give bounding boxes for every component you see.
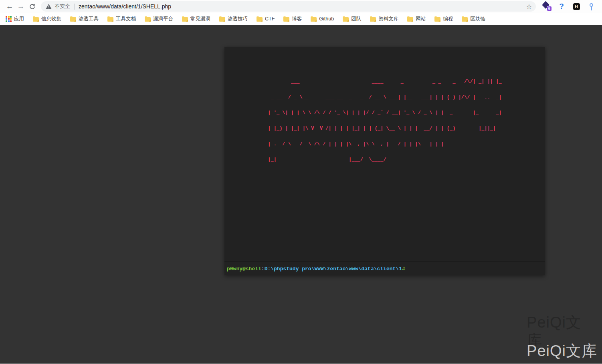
peiqi-watermark: PeiQi文库 PeiQi文库 xyxy=(527,342,597,360)
folder-icon xyxy=(370,17,376,22)
not-secure-warning-icon[interactable] xyxy=(46,4,52,9)
logo-line: _ __ / _ \__ ___ __ _ _ / __ \ ___| |__ … xyxy=(268,95,501,100)
not-secure-label[interactable]: 不安全 xyxy=(55,3,70,10)
forward-icon[interactable]: → xyxy=(15,1,26,12)
folder-icon xyxy=(145,17,151,22)
shell-input-row: p0wny@shell : D:\phpstudy_pro\WWW\zentao… xyxy=(224,262,545,275)
webshell-terminal: ___ ____ _ _ _ _ /\/| _| || |_ _ __ / _ … xyxy=(224,47,545,275)
bookmark-folder-vuln-platform[interactable]: 漏洞平台 xyxy=(145,16,173,22)
extension-layers-icon[interactable]: 6 xyxy=(542,2,551,11)
extension-hackbar-icon[interactable]: H xyxy=(572,2,581,11)
folder-icon xyxy=(219,17,225,22)
folder-icon xyxy=(257,17,263,22)
folder-icon xyxy=(33,17,39,22)
bookmark-folder-pentest-tools[interactable]: 渗透工具 xyxy=(70,16,99,22)
url-text[interactable]: zentao/www/data/client/1/SHELL.php xyxy=(79,3,523,10)
bookmark-star-icon[interactable]: ☆ xyxy=(526,3,532,10)
folder-icon xyxy=(311,17,317,22)
bookmark-folder-team[interactable]: 团队 xyxy=(343,16,361,22)
folder-icon xyxy=(462,17,468,22)
bookmark-folder-blog[interactable]: 博客 xyxy=(283,16,302,22)
folder-icon xyxy=(70,17,76,22)
bookmark-folder-github[interactable]: Github xyxy=(311,16,334,22)
bookmark-folder-tool-docs[interactable]: 工具文档 xyxy=(107,16,136,22)
bookmark-folder-blockchain[interactable]: 区块链 xyxy=(462,16,485,22)
shell-prompt-hash: # xyxy=(402,266,405,272)
shell-prompt-colon: : xyxy=(261,266,265,272)
bookmark-folder-doc-library[interactable]: 资料文库 xyxy=(370,16,398,22)
back-icon[interactable]: ← xyxy=(4,1,15,12)
shell-prompt-cwd: D:\phpstudy_pro\WWW\zentao\www\data\clie… xyxy=(265,266,402,272)
bookmark-label: 应用 xyxy=(14,16,24,22)
folder-icon xyxy=(343,17,349,22)
p0wny-shell-ascii-logo: ___ ____ _ _ _ _ /\/| _| || |_ _ __ / _ … xyxy=(268,69,501,173)
bookmark-label: 区块链 xyxy=(470,16,485,22)
bookmark-folder-programming[interactable]: 编程 xyxy=(434,16,453,22)
bookmark-label: 渗透工具 xyxy=(79,16,99,22)
bookmarks-bar: 应用 信息收集 渗透工具 工具文档 漏洞平台 常见漏洞 渗透技巧 CTF 博客 … xyxy=(0,13,602,25)
logo-line: | '_ \| | | \ \ /\ / / '_ \| | | |/ / _`… xyxy=(268,111,501,116)
bookmark-label: 信息收集 xyxy=(41,16,61,22)
bookmark-folder-pentest-tricks[interactable]: 渗透技巧 xyxy=(219,16,248,22)
logo-line: | |_) | |_| |\ V V /| | | | |_| | | (_| … xyxy=(268,126,501,131)
bookmark-apps[interactable]: 应用 xyxy=(6,16,24,22)
bookmark-label: 博客 xyxy=(292,16,302,22)
page-content: ___ ____ _ _ _ _ /\/| _| || |_ _ __ / _ … xyxy=(0,25,602,364)
folder-icon xyxy=(407,17,413,22)
bookmark-label: 编程 xyxy=(443,16,453,22)
logo-line: ___ ____ _ _ _ _ /\/| _| || |_ xyxy=(268,79,501,84)
bookmark-label: 资料文库 xyxy=(378,16,398,22)
bookmark-label: 漏洞平台 xyxy=(153,16,173,22)
folder-icon xyxy=(283,17,289,22)
question-mark-icon: ? xyxy=(559,2,564,11)
folder-icon xyxy=(182,17,188,22)
bookmark-folder-websites[interactable]: 网站 xyxy=(407,16,426,22)
browser-toolbar: ← → 不安全 zentao/www/data/client/1/SHELL.p… xyxy=(0,0,602,13)
bookmark-label: 常见漏洞 xyxy=(190,16,210,22)
pin-glyph-icon xyxy=(590,3,593,7)
extension-help-icon[interactable]: ? xyxy=(557,2,566,11)
bookmark-label: 团队 xyxy=(351,16,361,22)
bookmark-label: 网站 xyxy=(416,16,426,22)
logo-line: |_| |___/ \____/ xyxy=(268,157,501,163)
bookmark-label: Github xyxy=(319,16,334,22)
folder-icon xyxy=(107,17,113,22)
shell-output-area[interactable]: ___ ____ _ _ _ _ /\/| _| || |_ _ __ / _ … xyxy=(224,47,545,262)
extension-badge: 6 xyxy=(547,6,552,11)
extension-pin-icon[interactable] xyxy=(587,2,596,11)
shell-prompt-user: p0wny@shell xyxy=(227,266,261,272)
bookmark-folder-info-gathering[interactable]: 信息收集 xyxy=(33,16,61,22)
h-letter-icon: H xyxy=(573,3,580,10)
extensions-area: 6 ? H xyxy=(536,2,599,11)
folder-icon xyxy=(434,17,440,22)
bookmark-label: 工具文档 xyxy=(116,16,136,22)
apps-grid-icon xyxy=(6,16,12,22)
bookmark-folder-common-vulns[interactable]: 常见漏洞 xyxy=(182,16,210,22)
logo-line: | .__/ \___/ \_/\_/ |_| |_|\__, |\ \__,_… xyxy=(268,142,501,147)
address-bar[interactable]: 不安全 zentao/www/data/client/1/SHELL.php ☆ xyxy=(41,1,536,12)
shell-command-input[interactable] xyxy=(408,262,543,275)
omnibox-divider xyxy=(74,4,75,10)
watermark-text: PeiQi文库 xyxy=(527,342,597,359)
bookmark-folder-ctf[interactable]: CTF xyxy=(257,16,275,22)
reload-icon[interactable] xyxy=(26,1,38,12)
bookmark-label: CTF xyxy=(265,16,275,22)
bookmark-label: 渗透技巧 xyxy=(228,16,248,22)
